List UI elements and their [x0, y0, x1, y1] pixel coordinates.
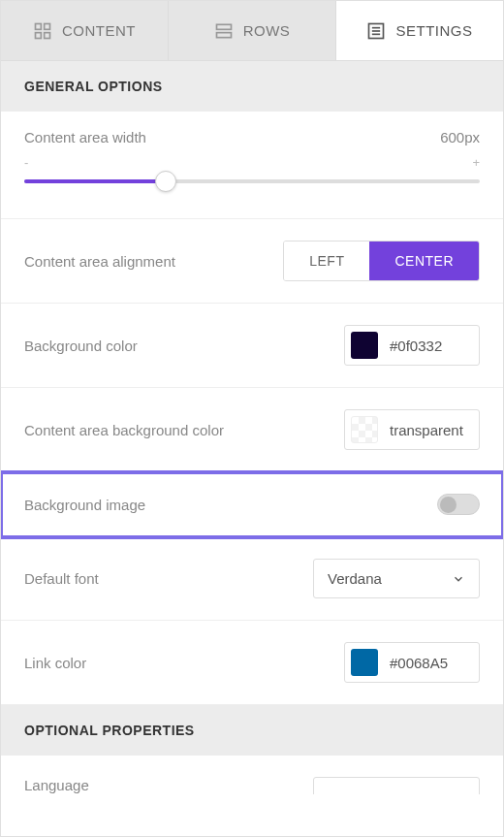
row-language: Language —: [1, 756, 503, 794]
language-select[interactable]: —: [313, 777, 480, 794]
row-link-color: Link color #0068A5: [1, 621, 503, 705]
svg-rect-5: [216, 32, 231, 37]
slider-thumb[interactable]: [155, 171, 176, 192]
language-value: —: [328, 790, 342, 795]
link-color-swatch: [351, 649, 378, 676]
content-area-bg-color-value: transparent: [390, 422, 463, 438]
alignment-left-button[interactable]: LEFT: [284, 241, 369, 280]
tab-settings[interactable]: SETTINGS: [336, 1, 503, 60]
row-content-area-bg-color: Content area background color transparen…: [1, 388, 503, 472]
svg-rect-0: [36, 23, 42, 29]
background-image-label: Background image: [24, 497, 145, 513]
svg-rect-4: [216, 24, 231, 29]
background-color-label: Background color: [24, 338, 138, 354]
row-background-image: Background image: [1, 472, 503, 537]
content-area-bg-color-label: Content area background color: [24, 422, 224, 438]
default-font-select[interactable]: Verdana: [313, 559, 480, 598]
alignment-segmented: LEFT CENTER: [283, 241, 480, 281]
svg-rect-2: [36, 32, 42, 38]
alignment-center-button[interactable]: CENTER: [369, 241, 479, 280]
chevron-down-icon: [452, 791, 465, 794]
link-color-value: #0068A5: [390, 655, 448, 671]
tab-content[interactable]: CONTENT: [1, 1, 169, 60]
default-font-value: Verdana: [328, 570, 382, 587]
tab-rows[interactable]: ROWS: [169, 1, 336, 60]
content-area-width-label: Content area width: [24, 129, 146, 145]
slider-minus-icon[interactable]: -: [24, 155, 28, 170]
rows-icon: [214, 21, 234, 41]
svg-rect-3: [45, 32, 50, 38]
background-color-picker[interactable]: #0f0332: [344, 325, 480, 366]
row-default-font: Default font Verdana: [1, 537, 503, 621]
link-color-label: Link color: [24, 655, 86, 671]
content-area-width-slider[interactable]: [24, 172, 480, 191]
row-content-area-alignment: Content area alignment LEFT CENTER: [1, 219, 503, 304]
background-color-swatch: [351, 332, 378, 359]
chevron-down-icon: [452, 572, 465, 586]
link-color-picker[interactable]: #0068A5: [344, 642, 480, 683]
language-label: Language: [24, 777, 89, 793]
content-icon: [33, 21, 52, 41]
content-area-width-value: 600px: [440, 129, 480, 145]
toggle-knob: [440, 497, 457, 513]
default-font-label: Default font: [24, 570, 99, 587]
tab-rows-label: ROWS: [243, 22, 291, 39]
settings-icon: [366, 21, 386, 41]
content-area-bg-color-picker[interactable]: transparent: [344, 409, 480, 450]
background-image-toggle[interactable]: [437, 494, 480, 515]
section-general-options: GENERAL OPTIONS: [1, 61, 503, 112]
tab-content-label: CONTENT: [62, 22, 136, 39]
svg-rect-1: [45, 23, 50, 29]
section-optional-properties: OPTIONAL PROPERTIES: [1, 705, 503, 756]
transparent-swatch-icon: [351, 416, 378, 443]
tabs: CONTENT ROWS SETTINGS: [1, 1, 503, 61]
row-content-area-width: Content area width 600px - +: [1, 112, 503, 219]
tab-settings-label: SETTINGS: [395, 22, 472, 39]
row-background-color: Background color #0f0332: [1, 304, 503, 388]
background-color-value: #0f0332: [390, 338, 442, 354]
slider-plus-icon[interactable]: +: [472, 155, 480, 170]
slider-fill: [24, 179, 166, 183]
content-area-alignment-label: Content area alignment: [24, 253, 175, 270]
